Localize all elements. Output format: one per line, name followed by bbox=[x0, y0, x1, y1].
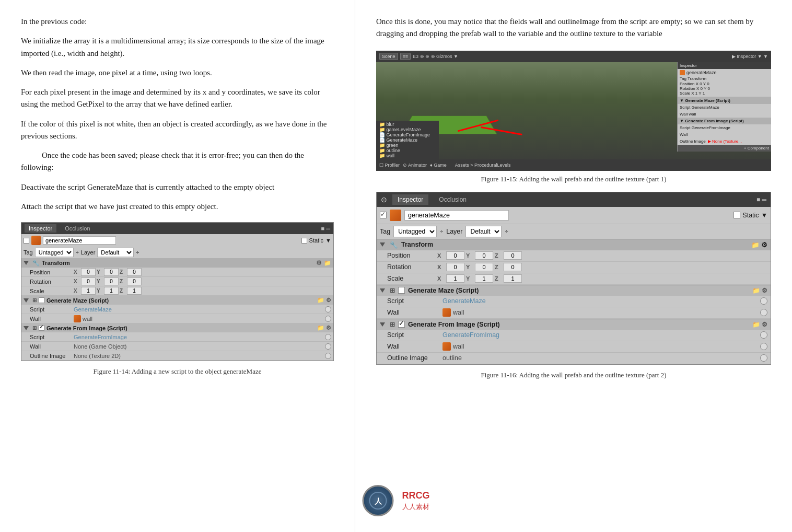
figure15-caption: Figure 11-15: Adding the wall prefab and… bbox=[376, 174, 771, 184]
outline-circle-btn[interactable] bbox=[325, 353, 331, 359]
right-para1: Once this is done, you may notice that t… bbox=[376, 16, 771, 40]
transform-collapse-icon bbox=[24, 261, 29, 265]
go-cube-icon bbox=[31, 236, 41, 245]
scale-z-small[interactable] bbox=[127, 287, 142, 295]
pos-z-small[interactable] bbox=[127, 268, 142, 276]
go-name-input-large[interactable] bbox=[404, 210, 509, 221]
scale-x-small[interactable] bbox=[81, 287, 96, 295]
static-checkbox-large[interactable] bbox=[733, 212, 740, 218]
scale-y-large[interactable] bbox=[475, 274, 493, 283]
tag-select-large[interactable]: Untagged bbox=[393, 226, 437, 237]
wall-icon-small bbox=[74, 315, 81, 322]
scene-inspector-panel: Inspector generateMaze Tag Transform Pos… bbox=[677, 62, 771, 152]
pos-x-small[interactable] bbox=[81, 268, 96, 276]
rot-y-large[interactable] bbox=[475, 263, 493, 271]
scene-toolbar: Scene ≡≡ E3 ⊕ ⊕ ⊕ Gizmos ▼ ▶ Inspector ▼… bbox=[376, 51, 771, 62]
script-circle-btn[interactable] bbox=[325, 306, 331, 313]
gen-img-collapse-large bbox=[380, 322, 385, 327]
left-para5: If the color of this pixel is not white,… bbox=[21, 118, 334, 143]
layer-select[interactable]: Default bbox=[97, 248, 134, 257]
go-name-input[interactable] bbox=[43, 236, 116, 245]
gen-img-header-large: ⊞ Generate From Image (Script) 📁 ⚙ bbox=[377, 319, 771, 330]
scale-x-large[interactable] bbox=[446, 274, 464, 283]
gen-maze-active-large[interactable] bbox=[398, 287, 405, 294]
gen-maze-collapse bbox=[24, 298, 29, 303]
script-row-small: Script GenerateMaze bbox=[21, 305, 333, 314]
wall2-circle-btn[interactable] bbox=[325, 343, 331, 350]
outline-row-small: Outline Image None (Texture 2D) bbox=[21, 351, 333, 361]
wall2-row-small: Wall None (Game Object) bbox=[21, 342, 333, 351]
gen-maze-active[interactable] bbox=[39, 297, 44, 303]
watermark-area: 人 RRCG 人人素材 bbox=[363, 480, 430, 522]
layer-select-large[interactable]: Default bbox=[465, 226, 502, 237]
position-row-small: Position X Y Z bbox=[21, 268, 333, 277]
rot-x-small[interactable] bbox=[81, 277, 96, 285]
wall-circle-large[interactable] bbox=[760, 309, 767, 316]
wall2-circle-large[interactable] bbox=[760, 343, 767, 350]
wall-icon2-large bbox=[442, 342, 451, 351]
tag-select[interactable]: Untagged bbox=[35, 248, 74, 257]
inspector-large: ⊙ Inspector Occlusion ■ ═ Static ▼ Tag bbox=[376, 192, 771, 365]
rotation-row-large: Rotation X Y Z bbox=[377, 262, 771, 273]
transform-collapse-large bbox=[380, 242, 385, 247]
pos-z-large[interactable] bbox=[504, 251, 522, 260]
gen-maze-header-small: ⊞ Generate Maze (Script) 📁 ⚙ bbox=[21, 296, 333, 305]
go-row-small: Static ▼ bbox=[21, 234, 333, 247]
occlusion-large-tab[interactable]: Occlusion bbox=[434, 194, 472, 205]
script2-row-small: Script GenerateFromImage bbox=[21, 332, 333, 342]
scale-z-large[interactable] bbox=[504, 274, 522, 283]
rot-z-large[interactable] bbox=[504, 263, 522, 271]
gen-maze-collapse-large bbox=[380, 288, 385, 293]
gen-img-active[interactable] bbox=[39, 325, 44, 331]
rot-y-small[interactable] bbox=[104, 277, 119, 285]
rot-z-small[interactable] bbox=[127, 277, 142, 285]
go-active-checkbox-large[interactable] bbox=[380, 212, 387, 218]
assets-list: 📁 blur 📁 gameLevelMaze 📄 GenerateFromIma… bbox=[376, 121, 439, 159]
inspector-large-header: ⊙ Inspector Occlusion ■ ═ bbox=[377, 192, 771, 207]
transform-header-small: 🔧 Transform ⚙ 📁 bbox=[21, 258, 333, 268]
rot-x-large[interactable] bbox=[446, 263, 464, 271]
left-para6: Once the code has been saved; please che… bbox=[21, 149, 334, 174]
tag-layer-row-large: Tag Untagged ÷ Layer Default ÷ bbox=[377, 224, 771, 239]
outline-circle-large[interactable] bbox=[760, 354, 767, 362]
wall-icon-large bbox=[442, 308, 451, 317]
inspector-tab[interactable]: Inspector bbox=[25, 224, 56, 233]
figure14-caption: Figure 11-14: Adding a new script to the… bbox=[21, 366, 334, 377]
outline-row-large: Outline Image outline bbox=[377, 353, 771, 364]
static-label-large: Static ▼ bbox=[733, 212, 767, 219]
script-row-large: Script GenerateMaze bbox=[377, 296, 771, 307]
scale-row-large: Scale X Y Z bbox=[377, 273, 771, 285]
occlusion-tab[interactable]: Occlusion bbox=[61, 224, 94, 233]
watermark-logo: 人 bbox=[363, 485, 394, 516]
inspector-small-header: Inspector Occlusion ■ ═ bbox=[21, 223, 333, 234]
left-para1: In the previous code: bbox=[21, 16, 334, 28]
script2-row-large: Script GenerateFromImag bbox=[377, 330, 771, 341]
tag-layer-row-small: Tag Untagged ÷ Layer Default ÷ bbox=[21, 247, 333, 258]
wall-row-large: Wall wall bbox=[377, 307, 771, 319]
left-para2: We initialize the array it is a multidim… bbox=[21, 35, 334, 60]
script2-circle-large[interactable] bbox=[760, 331, 767, 339]
watermark-text: RRCG bbox=[402, 490, 430, 502]
wall-circle-btn[interactable] bbox=[325, 316, 331, 322]
inspector-large-tab[interactable]: Inspector bbox=[392, 194, 428, 205]
rotation-row-small: Rotation X Y Z bbox=[21, 277, 333, 286]
go-row-large: Static ▼ bbox=[377, 207, 771, 224]
scene-bottom-bar: ☐ Profiler ⊙ Animator ♦ Game Assets > Pr… bbox=[376, 159, 771, 171]
inspector-small: Inspector Occlusion ■ ═ Static ▼ Tag Un bbox=[21, 222, 334, 361]
wall2-row-large: Wall wall bbox=[377, 341, 771, 353]
figure16-caption: Figure 11-16: Adding the wall prefab and… bbox=[376, 370, 771, 380]
pos-y-small[interactable] bbox=[104, 268, 119, 276]
go-active-checkbox[interactable] bbox=[24, 238, 29, 244]
pos-x-large[interactable] bbox=[446, 251, 464, 260]
gen-maze-header-large: ⊞ Generate Maze (Script) 📁 ⚙ bbox=[377, 285, 771, 296]
script2-circle-btn[interactable] bbox=[325, 334, 331, 340]
static-label: Static ▼ bbox=[301, 237, 331, 244]
left-para7: Deactivate the script GenerateMaze that … bbox=[21, 181, 334, 193]
pos-y-large[interactable] bbox=[475, 251, 493, 260]
static-checkbox[interactable] bbox=[301, 238, 307, 244]
scale-row-small: Scale X Y Z bbox=[21, 286, 333, 296]
gen-img-active-large[interactable] bbox=[398, 321, 405, 328]
gen-img-header-small: ⊞ Generate From Image (Script) 📁 ⚙ bbox=[21, 323, 333, 332]
script-circle-large[interactable] bbox=[760, 297, 767, 305]
scale-y-small[interactable] bbox=[104, 287, 119, 295]
